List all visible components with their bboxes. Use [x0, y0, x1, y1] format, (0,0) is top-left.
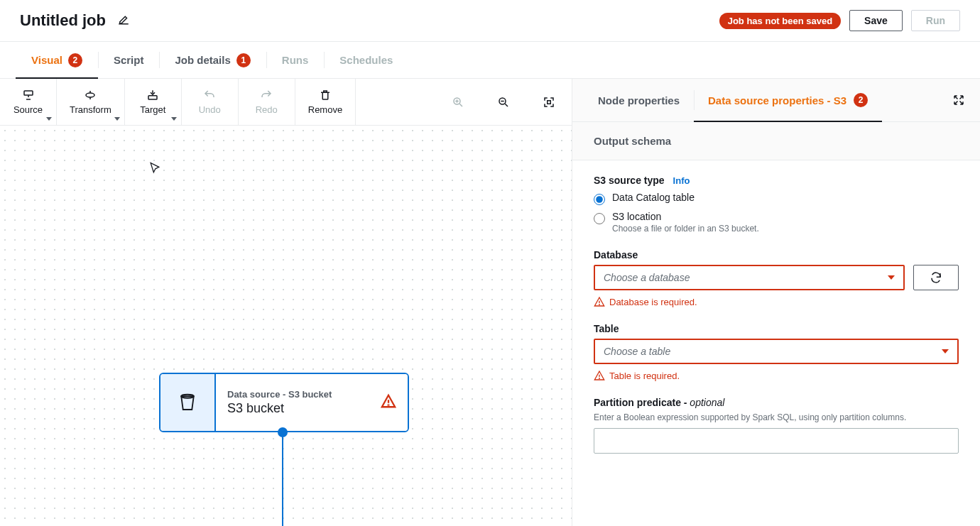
svg-point-1	[86, 93, 94, 97]
edit-title-icon[interactable]	[117, 13, 130, 28]
svg-rect-2	[148, 96, 157, 99]
panel-body: S3 source type Info Data Catalog table S…	[572, 160, 980, 526]
info-link[interactable]: Info	[673, 175, 690, 186]
tab-visual[interactable]: Visual 2	[16, 42, 98, 78]
cursor-icon	[148, 160, 162, 180]
toolbar-undo[interactable]: Undo	[182, 79, 239, 125]
tab-runs-label: Runs	[282, 54, 309, 66]
trash-icon	[319, 89, 332, 102]
header-right: Job has not been saved Save Run	[719, 10, 960, 31]
tab-script-label: Script	[114, 54, 144, 66]
database-error: Database is required.	[594, 296, 959, 307]
refresh-database-button[interactable]	[913, 265, 959, 290]
save-button[interactable]: Save	[849, 10, 903, 31]
node-title: S3 bucket	[227, 401, 332, 416]
main-area: Source Transform Target Undo Redo	[0, 79, 980, 526]
redo-icon	[260, 89, 273, 102]
toolbar-right-group	[435, 79, 572, 125]
svg-point-8	[599, 305, 600, 305]
connector-line	[282, 432, 283, 526]
chevron-down-icon	[46, 117, 52, 121]
chevron-down-icon	[942, 349, 949, 354]
toolbar-transform[interactable]: Transform	[57, 79, 125, 125]
node-body: Data source - S3 bucket S3 bucket	[216, 374, 408, 431]
bucket-icon	[160, 374, 216, 431]
svg-point-7	[388, 405, 389, 405]
expand-icon	[952, 94, 965, 106]
chevron-down-icon	[171, 117, 177, 121]
refresh-icon	[930, 271, 942, 284]
partition-predicate-input[interactable]	[594, 428, 959, 454]
page-header: Untitled job Job has not been saved Save…	[0, 0, 980, 42]
run-button: Run	[911, 10, 960, 31]
database-field: Database Choose a database Database is r…	[594, 249, 959, 307]
tab-jobdetails-badge: 1	[236, 53, 251, 67]
radio-data-catalog-input[interactable]	[594, 194, 605, 205]
tab-job-details[interactable]: Job details 1	[159, 42, 266, 78]
zoom-out-icon	[497, 96, 510, 109]
s3-type-radio-group: Data Catalog table S3 location Choose a …	[594, 192, 959, 234]
partition-predicate-field: Partition predicate - optional Enter a B…	[594, 397, 959, 454]
target-icon	[146, 89, 159, 102]
connector-handle[interactable]	[278, 427, 288, 437]
expand-panel-button[interactable]	[937, 79, 980, 121]
save-status-badge: Job has not been saved	[719, 13, 841, 29]
radio-data-catalog[interactable]: Data Catalog table	[594, 192, 959, 205]
zoom-in-icon	[452, 96, 464, 109]
properties-panel: Node properties Data source properties -…	[572, 79, 980, 526]
tab-visual-label: Visual	[31, 54, 62, 66]
fit-screen-icon	[543, 96, 555, 109]
tab-runs: Runs	[266, 42, 325, 78]
tab-jobdetails-label: Job details	[175, 54, 230, 66]
database-select[interactable]: Choose a database	[594, 265, 905, 290]
zoom-in-button[interactable]	[435, 79, 481, 125]
ptab-data-source[interactable]: Data source properties - S3 2	[694, 79, 882, 121]
tab-script[interactable]: Script	[98, 42, 160, 78]
ptab-node-properties[interactable]: Node properties	[584, 79, 694, 121]
canvas-wrap: Source Transform Target Undo Redo	[0, 79, 572, 526]
undo-icon	[203, 89, 216, 102]
svg-rect-5	[548, 100, 551, 104]
panel-subhead: Output schema	[572, 122, 980, 160]
radio-s3-location[interactable]: S3 location Choose a file or folder in a…	[594, 211, 959, 234]
table-error: Table is required.	[594, 370, 959, 381]
toolbar-redo[interactable]: Redo	[239, 79, 295, 125]
table-field: Table Choose a table Table is required.	[594, 323, 959, 381]
warning-icon	[594, 370, 605, 381]
svg-point-9	[599, 378, 600, 379]
toolbar-source[interactable]: Source	[0, 79, 57, 125]
svg-rect-0	[24, 91, 33, 95]
warning-icon	[594, 296, 605, 307]
main-tabs: Visual 2 Script Job details 1 Runs Sched…	[0, 42, 980, 79]
toolbar-remove[interactable]: Remove	[295, 79, 356, 125]
header-left: Untitled job	[20, 11, 130, 30]
graph-canvas[interactable]: Data source - S3 bucket S3 bucket	[0, 126, 572, 526]
tab-schedules: Schedules	[324, 42, 408, 78]
node-s3-bucket[interactable]: Data source - S3 bucket S3 bucket	[159, 373, 409, 432]
tab-schedules-label: Schedules	[339, 54, 393, 66]
fit-button[interactable]	[526, 79, 572, 125]
s3-type-label: S3 source type Info	[594, 175, 959, 186]
transform-icon	[84, 89, 97, 102]
chevron-down-icon	[888, 275, 895, 280]
source-icon	[22, 89, 35, 102]
warning-icon	[381, 393, 396, 412]
radio-s3-location-input[interactable]	[594, 213, 605, 224]
panel-tabs-row: Node properties Data source properties -…	[572, 79, 980, 122]
chevron-down-icon	[114, 117, 120, 121]
node-type-label: Data source - S3 bucket	[227, 389, 332, 400]
ptab-ds-badge: 2	[854, 93, 868, 107]
zoom-out-button[interactable]	[481, 79, 526, 125]
toolbar-target[interactable]: Target	[125, 79, 182, 125]
job-title: Untitled job	[20, 11, 106, 30]
tab-visual-badge: 2	[68, 53, 82, 67]
canvas-toolbar: Source Transform Target Undo Redo	[0, 79, 572, 126]
table-select[interactable]: Choose a table	[594, 339, 959, 364]
